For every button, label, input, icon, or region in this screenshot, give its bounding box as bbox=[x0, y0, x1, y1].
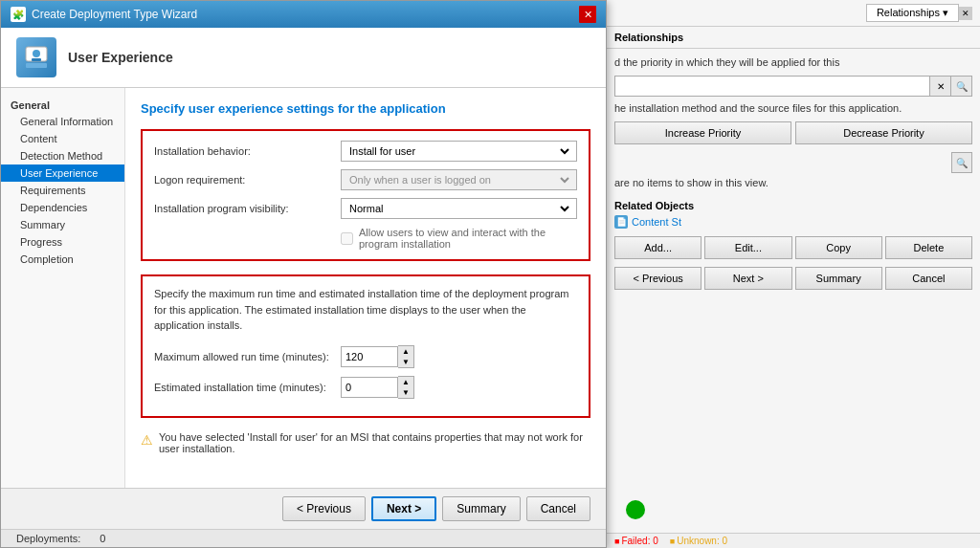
dialog-header: User Experience bbox=[1, 28, 606, 88]
sidebar-item-dependencies[interactable]: Dependencies bbox=[1, 199, 124, 216]
summary-button[interactable]: Summary bbox=[442, 496, 520, 521]
sidebar-item-summary[interactable]: Summary bbox=[1, 216, 124, 233]
rp-source-text: he installation method and the source fi… bbox=[614, 102, 972, 114]
install-behavior-row: Installation behavior: Install for user … bbox=[154, 141, 577, 162]
estimated-time-label: Estimated installation time (minutes): bbox=[154, 382, 341, 393]
search-btn-2[interactable]: 🔍 bbox=[951, 152, 972, 173]
deployments-value: 0 bbox=[100, 533, 105, 544]
visibility-row: Installation program visibility: Normal … bbox=[154, 198, 577, 219]
increase-priority-btn[interactable]: Increase Priority bbox=[614, 121, 791, 144]
header-icon bbox=[16, 37, 56, 77]
estimated-time-spinner[interactable]: ▲ ▼ bbox=[341, 376, 414, 399]
delete-btn[interactable]: Delete bbox=[885, 236, 972, 259]
max-run-time-row: Maximum allowed run time (minutes): ▲ ▼ bbox=[154, 345, 577, 368]
allow-users-label: Allow users to view and interact with th… bbox=[359, 227, 577, 250]
sidebar-item-content[interactable]: Content bbox=[1, 130, 124, 147]
related-item-label[interactable]: Content St bbox=[632, 216, 681, 228]
max-run-time-down-btn[interactable]: ▼ bbox=[398, 357, 413, 367]
svg-point-2 bbox=[33, 50, 40, 57]
warning-icon: ⚠ bbox=[141, 432, 153, 448]
max-run-time-label: Maximum allowed run time (minutes): bbox=[154, 351, 341, 362]
relationships-sub-label: Relationships bbox=[614, 32, 683, 43]
previous-button[interactable]: < Previous bbox=[282, 496, 366, 521]
rp-cancel-btn[interactable]: Cancel bbox=[885, 267, 972, 290]
max-run-time-up-btn[interactable]: ▲ bbox=[398, 346, 413, 357]
visibility-label: Installation program visibility: bbox=[154, 203, 341, 214]
right-panel: Relationships ▾ ✕ Relationships d the pr… bbox=[607, 0, 980, 548]
svg-rect-3 bbox=[32, 58, 41, 61]
decrease-priority-btn[interactable]: Decrease Priority bbox=[795, 121, 972, 144]
install-behavior-select[interactable]: Install for user Install for system Inst… bbox=[345, 142, 572, 161]
title-bar: 🧩 Create Deployment Type Wizard ✕ bbox=[1, 1, 606, 28]
sidebar-item-detection-method[interactable]: Detection Method bbox=[1, 147, 124, 164]
main-content: Specify user experience settings for the… bbox=[125, 88, 606, 488]
visibility-control[interactable]: Normal Hidden Minimized Maximized bbox=[341, 198, 577, 219]
logon-req-row: Logon requirement: Only when a user is l… bbox=[154, 169, 577, 190]
install-behavior-control[interactable]: Install for user Install for system Inst… bbox=[341, 141, 577, 162]
max-run-time-input[interactable] bbox=[341, 346, 398, 367]
related-objects-label: Related Objects bbox=[614, 200, 972, 211]
rp-search-input[interactable] bbox=[614, 76, 930, 97]
sidebar-item-progress[interactable]: Progress bbox=[1, 233, 124, 251]
sidebar-item-completion[interactable]: Completion bbox=[1, 251, 124, 268]
deployments-label: Deployments: bbox=[16, 533, 80, 544]
copy-btn[interactable]: Copy bbox=[795, 236, 882, 259]
allow-users-checkbox-row: Allow users to view and interact with th… bbox=[154, 227, 577, 250]
close-right-panel-btn[interactable]: ✕ bbox=[959, 7, 972, 20]
logon-req-control: Only when a user is logged on bbox=[341, 169, 577, 190]
rp-summary-btn[interactable]: Summary bbox=[795, 267, 882, 290]
allow-users-checkbox bbox=[341, 232, 353, 245]
related-item-icon: 📄 bbox=[614, 215, 628, 229]
rp-magnify-btn[interactable]: 🔍 bbox=[951, 76, 972, 97]
sidebar: General General Information Content Dete… bbox=[1, 88, 125, 488]
add-btn[interactable]: Add... bbox=[614, 236, 702, 259]
runtime-desc: Specify the maximum run time and estimat… bbox=[154, 286, 577, 334]
max-run-time-spinner-btns: ▲ ▼ bbox=[398, 345, 414, 368]
close-dialog-btn[interactable]: ✕ bbox=[579, 6, 596, 23]
failed-status: ■ Failed: 0 bbox=[614, 536, 658, 546]
logon-req-select: Only when a user is logged on bbox=[345, 170, 572, 189]
estimated-time-row: Estimated installation time (minutes): ▲… bbox=[154, 376, 577, 399]
dialog-header-title: User Experience bbox=[68, 50, 173, 65]
dialog-body: General General Information Content Dete… bbox=[1, 88, 606, 488]
next-button[interactable]: Next > bbox=[371, 496, 436, 521]
install-behavior-label: Installation behavior: bbox=[154, 145, 341, 157]
max-run-time-spinner[interactable]: ▲ ▼ bbox=[341, 345, 414, 368]
unknown-status: ■ Unknown: 0 bbox=[670, 536, 727, 546]
cancel-button[interactable]: Cancel bbox=[526, 496, 590, 521]
estimated-time-input[interactable] bbox=[341, 377, 398, 398]
warning-row: ⚠ You have selected 'Install for user' f… bbox=[141, 431, 590, 454]
visibility-select[interactable]: Normal Hidden Minimized Maximized bbox=[345, 199, 572, 218]
warning-text: You have selected 'Install for user' for… bbox=[159, 431, 590, 454]
rp-search-btn[interactable]: ✕ bbox=[930, 76, 951, 97]
deployments-bar: Deployments: 0 bbox=[1, 529, 606, 547]
estimated-time-down-btn[interactable]: ▼ bbox=[398, 387, 413, 398]
svg-rect-1 bbox=[26, 63, 47, 68]
runtime-settings-box: Specify the maximum run time and estimat… bbox=[141, 274, 590, 418]
rp-next-btn[interactable]: Next > bbox=[704, 267, 791, 290]
wizard-dialog: 🧩 Create Deployment Type Wizard ✕ User E… bbox=[0, 0, 607, 548]
dialog-title: Create Deployment Type Wizard bbox=[32, 8, 197, 21]
sidebar-item-user-experience[interactable]: User Experience bbox=[1, 164, 124, 182]
dialog-footer: < Previous Next > Summary Cancel bbox=[1, 488, 606, 529]
estimated-time-spinner-btns: ▲ ▼ bbox=[398, 376, 414, 399]
sidebar-item-requirements[interactable]: Requirements bbox=[1, 182, 124, 199]
title-icon: 🧩 bbox=[11, 7, 26, 22]
edit-btn[interactable]: Edit... bbox=[704, 236, 791, 259]
deployment-status-indicator bbox=[626, 500, 645, 519]
rp-empty-msg: are no items to show in this view. bbox=[614, 177, 972, 188]
logon-req-label: Logon requirement: bbox=[154, 174, 341, 186]
relationships-dropdown-btn[interactable]: Relationships ▾ bbox=[866, 4, 959, 22]
rp-prev-btn[interactable]: < Previous bbox=[614, 267, 702, 290]
estimated-time-up-btn[interactable]: ▲ bbox=[398, 377, 413, 387]
status-bar: ■ Failed: 0 ■ Unknown: 0 bbox=[607, 533, 980, 548]
main-title: Specify user experience settings for the… bbox=[141, 101, 590, 116]
install-settings-box: Installation behavior: Install for user … bbox=[141, 129, 590, 261]
sidebar-item-general-information[interactable]: General Information bbox=[1, 113, 124, 130]
rp-title-text: d the priority in which they will be app… bbox=[614, 56, 972, 68]
sidebar-section-general: General bbox=[1, 96, 124, 113]
